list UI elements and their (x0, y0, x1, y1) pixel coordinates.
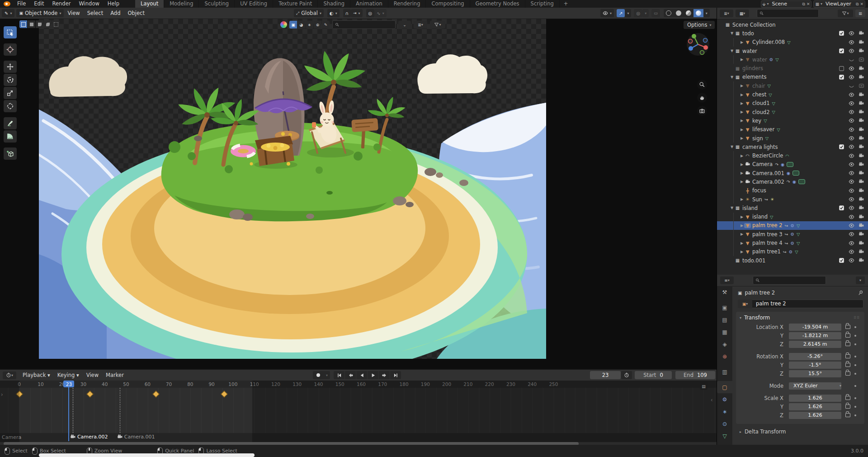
menu-file[interactable]: File (13, 0, 30, 8)
animate-dot[interactable] (854, 364, 856, 366)
jump-end-button[interactable] (390, 371, 401, 379)
value-field-rotation-x[interactable]: -5.26° (789, 353, 841, 360)
filter-shading-button[interactable]: ◕ (297, 21, 305, 29)
outliner-row-camera-002[interactable]: ▶Camera.002↷◉ (717, 177, 868, 186)
hide-in-viewport-toggle[interactable] (849, 188, 854, 194)
disable-in-renders-toggle[interactable] (859, 135, 864, 141)
display-mode-dropdown[interactable]: ≣ ▾ (414, 21, 427, 29)
workspace-tab-sculpting[interactable]: Sculpting (199, 0, 235, 8)
proportional-editing-toggle[interactable]: ◎ (366, 9, 375, 17)
hide-in-viewport-toggle[interactable] (849, 57, 854, 62)
outliner-row-glinders[interactable]: ▦glinders (717, 64, 868, 72)
object-id-icon[interactable]: ▣ ▾ (738, 300, 752, 308)
disable-in-renders-toggle[interactable] (859, 100, 864, 106)
workspace-tab-compositing[interactable]: Compositing (426, 0, 470, 8)
expand-arrow[interactable]: ▶ (740, 136, 744, 140)
disable-in-renders-toggle[interactable] (859, 109, 864, 115)
expand-arrow[interactable]: ▶ (740, 197, 744, 201)
auto-keying-dropdown[interactable]: ▾ (324, 371, 330, 379)
show-object-types-dropdown[interactable]: ▾ (600, 9, 614, 17)
overlays-dropdown[interactable]: ▾ (642, 9, 649, 17)
snap-target-dropdown[interactable]: ◐▾ (327, 9, 340, 17)
filter-object-button[interactable]: ▣ (289, 21, 297, 29)
play-reverse-button[interactable] (356, 371, 367, 379)
hide-in-viewport-toggle[interactable] (849, 48, 854, 54)
checkbox-checked[interactable] (839, 30, 844, 36)
filter-particles-button[interactable]: ∗ (306, 21, 313, 29)
expand-arrow[interactable]: ▶ (740, 84, 744, 88)
outliner-row-camera[interactable]: ▶Camera↷◉ (717, 160, 868, 169)
viewport-menu-add[interactable]: Add (107, 10, 124, 16)
disable-in-renders-toggle[interactable] (859, 83, 864, 89)
timeline-menu-view[interactable]: View (83, 372, 102, 378)
outliner-row-cylinder-008[interactable]: ▶▼Cylinder.008▽ (717, 38, 868, 47)
animate-dot[interactable] (854, 326, 856, 328)
hide-in-viewport-toggle[interactable] (849, 249, 854, 255)
disable-in-renders-toggle[interactable] (859, 39, 864, 45)
outliner-display-mode-dropdown[interactable]: ≣ ▾ (720, 10, 733, 17)
workspace-tab-texture-paint[interactable]: Texture Paint (273, 0, 318, 8)
hide-in-viewport-toggle[interactable] (849, 30, 854, 36)
workspace-tab-scripting[interactable]: Scripting (525, 0, 560, 8)
view-layer-selector[interactable]: ▦▾ ViewLayer ⧉ ✕ (813, 0, 865, 8)
properties-tab-physics[interactable]: ⊙ (717, 418, 732, 430)
disable-in-renders-toggle[interactable] (859, 240, 864, 246)
value-field-location-x[interactable]: -19.504 m (789, 324, 841, 331)
expand-arrow[interactable]: ▶ (740, 180, 744, 184)
outliner-search-input[interactable] (765, 10, 816, 17)
playhead[interactable] (68, 381, 69, 441)
expand-arrow[interactable]: ▶ (740, 128, 744, 132)
collapse-button[interactable]: ⌄ (398, 21, 411, 29)
disable-in-renders-toggle[interactable] (859, 162, 864, 167)
expand-arrow[interactable]: ▶ (740, 215, 744, 219)
workspace-tab-layout[interactable]: Layout (135, 0, 164, 8)
properties-tab-collection[interactable]: ▥ (717, 366, 732, 378)
gizmos-dropdown[interactable]: ▾ (625, 9, 631, 17)
expand-arrow[interactable]: ▶ (740, 250, 744, 254)
unlink-scene-icon[interactable]: ✕ (807, 1, 810, 7)
disable-in-renders-toggle[interactable] (859, 74, 864, 80)
animate-dot[interactable] (854, 397, 856, 399)
keyframe-frame-33[interactable] (86, 390, 94, 398)
shading-material-button[interactable] (684, 9, 693, 17)
properties-tab-tool[interactable]: ⚒ (717, 286, 732, 298)
new-view-layer-icon[interactable]: ⧉ (856, 1, 859, 7)
properties-search-input[interactable] (762, 277, 823, 284)
hide-in-viewport-toggle[interactable] (849, 205, 854, 211)
viewport-menu-select[interactable]: Select (84, 10, 107, 16)
timeline-menu-marker[interactable]: Marker (102, 372, 127, 378)
disable-in-renders-toggle[interactable] (859, 257, 864, 263)
outliner-row-todo[interactable]: ▼▦todo (717, 29, 868, 38)
keyframe-frame-64[interactable] (152, 390, 160, 398)
outliner-row-key[interactable]: ▶▼key▽ (717, 116, 868, 125)
disable-in-renders-toggle[interactable] (859, 48, 864, 54)
hide-in-viewport-toggle[interactable] (849, 223, 854, 228)
outliner-row-cloud1[interactable]: ▶▼cloud1▽ (717, 99, 868, 108)
properties-tab-object[interactable]: ▢ (717, 381, 732, 393)
outliner-viewlayer-dropdown[interactable]: ▦ ▾ (736, 10, 749, 17)
timeline-menu-playback[interactable]: Playback ▾ (19, 372, 54, 378)
snap-with-dropdown[interactable]: ⇥▾ (351, 9, 363, 17)
shading-dropdown[interactable]: ▾ (703, 9, 710, 17)
menu-render[interactable]: Render (48, 0, 75, 8)
disable-in-renders-toggle[interactable] (859, 188, 864, 194)
lock-icon[interactable] (845, 363, 850, 367)
expand-arrow[interactable]: ▼ (730, 75, 734, 79)
lock-icon[interactable] (845, 405, 850, 409)
disable-in-renders-toggle[interactable] (859, 92, 864, 98)
mode-selector[interactable]: ▣ Object Mode▾ (16, 9, 64, 17)
disable-in-renders-toggle[interactable] (859, 205, 864, 211)
shading-rendered-button[interactable] (693, 9, 703, 17)
use-preview-range-toggle[interactable] (621, 371, 632, 379)
outliner-row-palm-tree-2[interactable]: ▶▼palm tree 2↪⚙▽ (717, 221, 868, 230)
gizmos-toggle[interactable]: ↗ (617, 9, 625, 17)
tool-add-cube[interactable] (4, 148, 17, 160)
disable-in-renders-toggle[interactable] (859, 179, 864, 185)
disable-in-renders-toggle[interactable] (859, 196, 864, 202)
properties-options-dropdown[interactable]: ▾ (856, 276, 865, 284)
properties-tab-scene[interactable]: ◈ (717, 338, 732, 350)
animate-dot[interactable] (854, 385, 856, 387)
expand-arrow[interactable]: ▶ (740, 154, 744, 158)
select-mode-extend-button[interactable] (28, 20, 35, 28)
properties-tab-particles[interactable]: ∗ (717, 405, 732, 418)
